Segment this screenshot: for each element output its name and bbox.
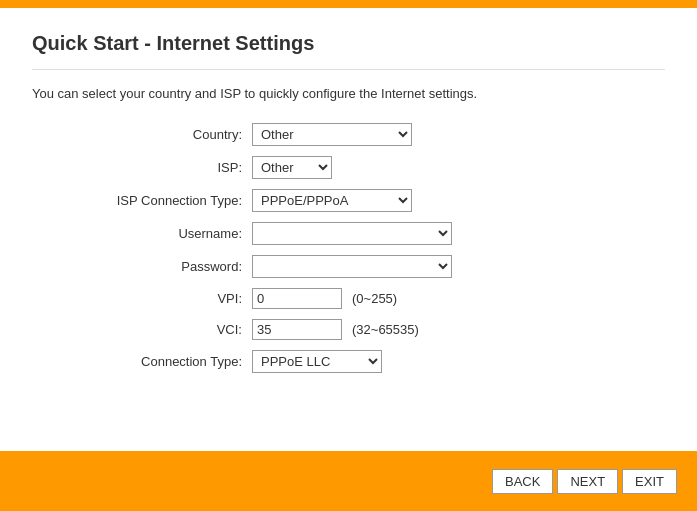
back-button[interactable]: BACK: [492, 469, 553, 494]
settings-form: Country: Other ISP: Other ISP Connection…: [92, 123, 665, 383]
connection-type-row: Connection Type: PPPoE LLC: [92, 350, 665, 373]
country-row: Country: Other: [92, 123, 665, 146]
connection-type-label: Connection Type:: [92, 354, 252, 369]
username-label: Username:: [92, 226, 252, 241]
username-row: Username:: [92, 222, 665, 245]
isp-connection-select[interactable]: PPPoE/PPPoA: [252, 189, 412, 212]
vci-input[interactable]: [252, 319, 342, 340]
vci-control: (32~65535): [252, 319, 419, 340]
password-select[interactable]: [252, 255, 452, 278]
isp-row: ISP: Other: [92, 156, 665, 179]
country-select[interactable]: Other: [252, 123, 412, 146]
bottom-bar: BACK NEXT EXIT: [0, 451, 697, 511]
isp-control: Other: [252, 156, 332, 179]
isp-connection-label: ISP Connection Type:: [92, 193, 252, 208]
isp-connection-control: PPPoE/PPPoA: [252, 189, 412, 212]
vpi-control: (0~255): [252, 288, 397, 309]
description: You can select your country and ISP to q…: [32, 86, 665, 101]
next-button[interactable]: NEXT: [557, 469, 618, 494]
page-title: Quick Start - Internet Settings: [32, 32, 665, 55]
isp-select[interactable]: Other: [252, 156, 332, 179]
country-control: Other: [252, 123, 412, 146]
connection-type-select[interactable]: PPPoE LLC: [252, 350, 382, 373]
vpi-label: VPI:: [92, 291, 252, 306]
vpi-hint: (0~255): [352, 291, 397, 306]
username-select[interactable]: [252, 222, 452, 245]
password-control: [252, 255, 452, 278]
isp-label: ISP:: [92, 160, 252, 175]
username-control: [252, 222, 452, 245]
top-orange-bar: [0, 0, 697, 8]
isp-connection-row: ISP Connection Type: PPPoE/PPPoA: [92, 189, 665, 212]
password-row: Password:: [92, 255, 665, 278]
password-label: Password:: [92, 259, 252, 274]
vci-label: VCI:: [92, 322, 252, 337]
vci-row: VCI: (32~65535): [92, 319, 665, 340]
vpi-row: VPI: (0~255): [92, 288, 665, 309]
exit-button[interactable]: EXIT: [622, 469, 677, 494]
connection-type-control: PPPoE LLC: [252, 350, 382, 373]
country-label: Country:: [92, 127, 252, 142]
vpi-input[interactable]: [252, 288, 342, 309]
divider: [32, 69, 665, 70]
vci-hint: (32~65535): [352, 322, 419, 337]
